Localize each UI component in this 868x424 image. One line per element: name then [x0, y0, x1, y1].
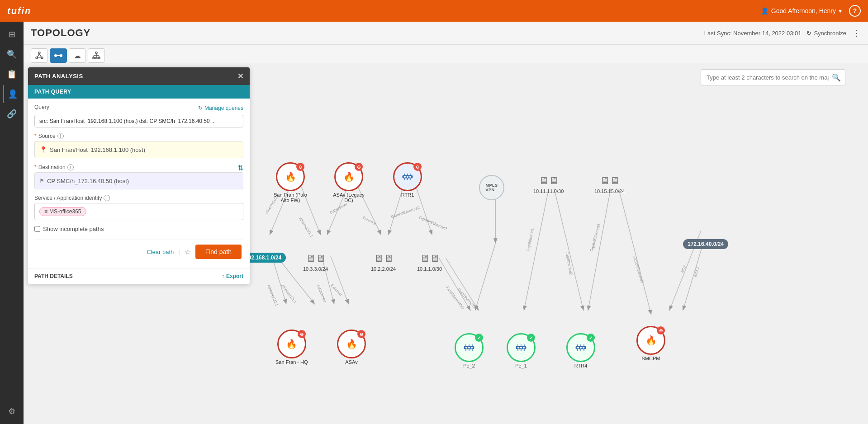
node-subnet-10-2[interactable]: 🖥🖥 10.2.2.0/24 — [371, 253, 396, 272]
chevron-down-icon: ▾ — [839, 7, 842, 14]
svg-point-89 — [580, 347, 582, 349]
svg-point-80 — [523, 347, 525, 349]
node-pe2[interactable]: ✓ Pe_2 — [455, 333, 484, 368]
svg-point-90 — [583, 347, 584, 349]
map-search-input[interactable] — [701, 69, 845, 85]
subnet-label-10-3: 10.3.3.0/24 — [303, 266, 328, 272]
svg-point-7 — [60, 55, 62, 57]
destination-input[interactable]: ⚑ CP SMC/h_172.16.40.50 (host) — [34, 172, 243, 189]
node-asav[interactable]: 🔥 ⊖ ASAv — [337, 330, 366, 365]
svg-text:FastEthernet2: FastEthernet2 — [564, 251, 574, 275]
path-analysis-panel: PATH ANALYSIS ✕ PATH QUERY Query ↻ Manag… — [28, 67, 250, 284]
node-subnet-10-11[interactable]: 🖥🖥 10.11.11.0/30 — [533, 175, 564, 194]
service-label-text: Service / Application identity — [34, 195, 102, 201]
find-path-button[interactable]: Find path — [195, 245, 242, 259]
source-required-marker: * — [34, 133, 37, 139]
destination-field-row: * Destination i ⇅ ⚑ CP SMC/h_172.16.40.5… — [34, 164, 243, 189]
node-pe1[interactable]: ✓ Pe_1 — [507, 333, 536, 368]
toolbar-right: Last Sync: November 14, 2022 03:01 ↻ Syn… — [704, 28, 861, 38]
more-options-button[interactable]: ⋮ — [852, 28, 861, 38]
svg-point-79 — [520, 347, 522, 349]
node-san-fran-palo-alto[interactable]: 🔥 ⊖ San Fran (Palo Alto FW) — [270, 162, 311, 203]
service-input[interactable]: ≡ MS-office365 — [34, 203, 243, 220]
svg-text:FastEthernet1: FastEthernet1 — [526, 228, 535, 252]
export-icon: ↑ — [222, 273, 224, 279]
svg-point-68 — [465, 347, 467, 349]
svg-text:Datacenter: Datacenter — [329, 202, 348, 215]
dest-icon: ⚑ — [39, 178, 44, 184]
svg-text:FastEthernet0/1: FastEthernet0/1 — [456, 287, 479, 311]
svg-point-59 — [407, 176, 408, 178]
export-button[interactable]: ↑ Export — [222, 273, 243, 279]
node-subnet-10-3[interactable]: 🖥🖥 10.3.3.0/24 — [303, 253, 328, 272]
clear-path-button[interactable]: Clear path — [147, 249, 174, 255]
incomplete-paths-label: Show incomplete paths — [43, 226, 104, 232]
export-label: Export — [226, 273, 243, 279]
topbar: tufin 👤 Good Afternoon, Henry ▾ ? — [0, 0, 868, 22]
svg-text:GigabitEthernet2: GigabitEthernet2 — [390, 205, 421, 219]
help-button[interactable]: ? — [849, 5, 861, 17]
path-view-button[interactable] — [50, 48, 67, 63]
service-tag: ≡ MS-office365 — [39, 207, 86, 216]
close-button[interactable]: ✕ — [237, 72, 244, 80]
sync-label: Synchronize — [814, 30, 846, 37]
node-subnet-10-15[interactable]: 🖥🖥 10.15.15.0/24 — [594, 175, 625, 194]
subnet-label-10-1: 10.1.1.0/30 — [417, 266, 442, 272]
node-subnet-172[interactable]: 172.16.40.0/24 — [683, 239, 728, 249]
sidebar-item-settings[interactable]: ⚙ — [3, 402, 21, 420]
query-input[interactable] — [34, 115, 243, 127]
svg-text:External: External — [330, 283, 343, 297]
source-info-icon[interactable]: i — [57, 133, 64, 139]
sidebar-item-user[interactable]: 👤 — [3, 85, 21, 103]
node-label-san-fran-hq: San Fran - HQ — [275, 359, 308, 365]
node-rtr4[interactable]: ✓ RTR4 — [566, 333, 595, 368]
svg-point-2 — [41, 57, 43, 59]
svg-rect-12 — [98, 57, 100, 59]
source-label: * Source i — [34, 133, 243, 139]
service-info-icon[interactable]: i — [104, 195, 110, 201]
svg-point-78 — [517, 347, 519, 349]
incomplete-paths-checkbox[interactable] — [34, 226, 40, 232]
map-area[interactable]: 🔍 PATH ANALYSIS ✕ PATH QUERY Query ↻ — [24, 63, 868, 424]
node-san-fran-hq[interactable]: 🔥 ⊖ San Fran - HQ — [275, 330, 308, 365]
cloud-view-button[interactable]: ☁ — [69, 48, 86, 63]
svg-point-60 — [409, 176, 411, 178]
subnet-box-172: 172.16.40.0/24 — [683, 239, 728, 249]
action-row: Clear path | ☆ Find path — [34, 240, 243, 263]
subnet-label-10-2: 10.2.2.0/24 — [371, 266, 396, 272]
view-toggle: ☁ — [24, 45, 868, 63]
destination-info-icon[interactable]: i — [67, 164, 74, 170]
source-input[interactable]: 📍 San Fran/Host_192.168.1.100 (host) — [34, 141, 243, 158]
synchronize-button[interactable]: ↻ Synchronize — [806, 30, 846, 37]
sidebar-item-connections[interactable]: 🔗 — [3, 105, 21, 123]
source-value: San Fran/Host_192.168.1.100 (host) — [50, 146, 145, 153]
svg-point-1 — [36, 57, 38, 59]
user-menu[interactable]: 👤 Good Afternoon, Henry ▾ — [761, 7, 842, 14]
badge-asav: ⊖ — [357, 330, 365, 338]
topology-view-button[interactable] — [31, 48, 48, 63]
path-query-header: PATH QUERY — [28, 85, 250, 99]
svg-text:eth1.2: eth1.2 — [693, 266, 700, 277]
node-asav-legacy[interactable]: 🔥 ⊖ ASAv (Legacy DC) — [328, 162, 369, 203]
query-label: Query — [34, 104, 49, 110]
swap-button[interactable]: ⇅ — [237, 164, 243, 172]
svg-line-49 — [619, 189, 651, 315]
sidebar-item-dashboard[interactable]: ⊞ — [3, 25, 21, 43]
node-mpls[interactable]: MPLSVPN — [479, 175, 504, 200]
badge-rtr1: ⊖ — [413, 163, 422, 171]
destination-label: * Destination i — [34, 164, 74, 170]
manage-queries-button[interactable]: ↻ Manage queries — [198, 105, 243, 111]
node-subnet-10-1[interactable]: 🖥🖥 10.1.1.0/30 — [417, 253, 442, 272]
panel-header: PATH ANALYSIS ✕ — [28, 67, 250, 85]
badge-asav-legacy: ⊖ — [355, 163, 363, 171]
sidebar-item-reports[interactable]: 📋 — [3, 65, 21, 83]
star-button[interactable]: ☆ — [185, 248, 191, 256]
svg-text:ethernet1/1.1: ethernet1/1.1 — [280, 283, 298, 304]
node-label-pe2: Pe_2 — [463, 363, 475, 368]
tree-view-button[interactable] — [88, 48, 105, 63]
node-smcpm[interactable]: 🔥 ⊖ SMCPM — [636, 326, 665, 361]
sidebar-item-search[interactable]: 🔍 — [3, 45, 21, 63]
subnet-icon-10-11: 🖥🖥 — [539, 175, 559, 187]
node-rtr1[interactable]: ⊖ RTR1 — [393, 162, 422, 198]
sync-icon: ↻ — [806, 30, 811, 37]
